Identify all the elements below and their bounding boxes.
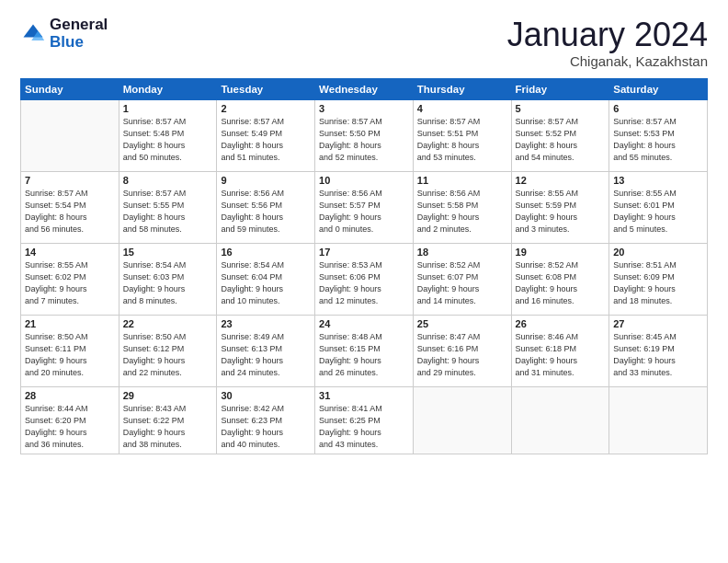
table-row: 9Sunrise: 8:56 AMSunset: 5:56 PMDaylight… (217, 171, 315, 243)
col-sunday: Sunday (21, 78, 119, 99)
day-info: Sunrise: 8:57 AMSunset: 5:52 PMDaylight:… (516, 116, 606, 164)
day-number: 24 (319, 318, 409, 329)
table-row: 14Sunrise: 8:55 AMSunset: 6:02 PMDayligh… (21, 243, 119, 315)
day-info: Sunrise: 8:55 AMSunset: 6:01 PMDaylight:… (613, 188, 703, 236)
day-number: 17 (319, 247, 409, 258)
table-row: 1Sunrise: 8:57 AMSunset: 5:48 PMDaylight… (119, 99, 217, 171)
table-row: 6Sunrise: 8:57 AMSunset: 5:53 PMDaylight… (609, 99, 708, 171)
day-number: 10 (319, 175, 409, 186)
day-number: 3 (319, 103, 409, 114)
col-tuesday: Tuesday (217, 78, 315, 99)
logo: General Blue (20, 17, 108, 51)
table-row: 25Sunrise: 8:47 AMSunset: 6:16 PMDayligh… (413, 315, 511, 386)
col-saturday: Saturday (609, 78, 708, 99)
day-info: Sunrise: 8:57 AMSunset: 5:50 PMDaylight:… (319, 116, 409, 164)
calendar-week-3: 21Sunrise: 8:50 AMSunset: 6:11 PMDayligh… (21, 315, 708, 386)
day-number: 29 (123, 390, 213, 401)
day-info: Sunrise: 8:43 AMSunset: 6:22 PMDaylight:… (123, 403, 213, 451)
logo-text: General Blue (50, 17, 108, 51)
table-row: 19Sunrise: 8:52 AMSunset: 6:08 PMDayligh… (511, 243, 609, 315)
table-row: 27Sunrise: 8:45 AMSunset: 6:19 PMDayligh… (609, 315, 708, 386)
day-info: Sunrise: 8:57 AMSunset: 5:53 PMDaylight:… (613, 116, 703, 164)
table-row: 7Sunrise: 8:57 AMSunset: 5:54 PMDaylight… (21, 171, 119, 243)
day-info: Sunrise: 8:57 AMSunset: 5:48 PMDaylight:… (123, 116, 213, 164)
day-number: 11 (417, 175, 507, 186)
day-info: Sunrise: 8:54 AMSunset: 6:03 PMDaylight:… (123, 259, 213, 307)
table-row: 3Sunrise: 8:57 AMSunset: 5:50 PMDaylight… (315, 99, 414, 171)
location: Chiganak, Kazakhstan (507, 53, 708, 69)
day-info: Sunrise: 8:57 AMSunset: 5:55 PMDaylight:… (123, 188, 213, 236)
day-number: 2 (221, 103, 311, 114)
table-row: 26Sunrise: 8:46 AMSunset: 6:18 PMDayligh… (511, 315, 609, 386)
day-info: Sunrise: 8:55 AMSunset: 6:02 PMDaylight:… (25, 259, 115, 307)
table-row: 5Sunrise: 8:57 AMSunset: 5:52 PMDaylight… (511, 99, 609, 171)
day-number: 13 (613, 175, 703, 186)
month-title: January 2024 (507, 17, 708, 53)
logo-general-text: General (50, 17, 108, 34)
day-number: 5 (516, 103, 606, 114)
day-number: 7 (25, 175, 115, 186)
day-info: Sunrise: 8:57 AMSunset: 5:54 PMDaylight:… (25, 188, 115, 236)
table-row: 15Sunrise: 8:54 AMSunset: 6:03 PMDayligh… (119, 243, 217, 315)
calendar-week-2: 14Sunrise: 8:55 AMSunset: 6:02 PMDayligh… (21, 243, 708, 315)
day-number: 15 (123, 247, 213, 258)
day-info: Sunrise: 8:54 AMSunset: 6:04 PMDaylight:… (221, 259, 311, 307)
calendar-week-1: 7Sunrise: 8:57 AMSunset: 5:54 PMDaylight… (21, 171, 708, 243)
day-number: 19 (516, 247, 606, 258)
day-number: 26 (516, 318, 606, 329)
day-info: Sunrise: 8:48 AMSunset: 6:15 PMDaylight:… (319, 331, 409, 379)
day-info: Sunrise: 8:57 AMSunset: 5:49 PMDaylight:… (221, 116, 311, 164)
header: General Blue January 2024 Chiganak, Kaza… (20, 17, 708, 69)
day-info: Sunrise: 8:49 AMSunset: 6:13 PMDaylight:… (221, 331, 311, 379)
day-number: 27 (613, 318, 703, 329)
day-info: Sunrise: 8:55 AMSunset: 5:59 PMDaylight:… (516, 188, 606, 236)
calendar-page: General Blue January 2024 Chiganak, Kaza… (0, 0, 728, 563)
day-number: 16 (221, 247, 311, 258)
logo-icon (20, 21, 46, 47)
day-info: Sunrise: 8:57 AMSunset: 5:51 PMDaylight:… (417, 116, 507, 164)
day-number: 12 (516, 175, 606, 186)
day-info: Sunrise: 8:46 AMSunset: 6:18 PMDaylight:… (516, 331, 606, 379)
calendar-week-4: 28Sunrise: 8:44 AMSunset: 6:20 PMDayligh… (21, 386, 708, 454)
day-number: 25 (417, 318, 507, 329)
table-row: 13Sunrise: 8:55 AMSunset: 6:01 PMDayligh… (609, 171, 708, 243)
day-info: Sunrise: 8:41 AMSunset: 6:25 PMDaylight:… (319, 403, 409, 451)
col-thursday: Thursday (413, 78, 511, 99)
day-number: 31 (319, 390, 409, 401)
table-row (609, 386, 708, 454)
day-info: Sunrise: 8:51 AMSunset: 6:09 PMDaylight:… (613, 259, 703, 307)
table-row: 11Sunrise: 8:56 AMSunset: 5:58 PMDayligh… (413, 171, 511, 243)
day-info: Sunrise: 8:47 AMSunset: 6:16 PMDaylight:… (417, 331, 507, 379)
day-number: 21 (25, 318, 115, 329)
calendar-week-0: 1Sunrise: 8:57 AMSunset: 5:48 PMDaylight… (21, 99, 708, 171)
day-info: Sunrise: 8:44 AMSunset: 6:20 PMDaylight:… (25, 403, 115, 451)
table-row: 16Sunrise: 8:54 AMSunset: 6:04 PMDayligh… (217, 243, 315, 315)
day-info: Sunrise: 8:50 AMSunset: 6:11 PMDaylight:… (25, 331, 115, 379)
table-row: 28Sunrise: 8:44 AMSunset: 6:20 PMDayligh… (21, 386, 119, 454)
day-number: 18 (417, 247, 507, 258)
col-wednesday: Wednesday (315, 78, 414, 99)
day-number: 8 (123, 175, 213, 186)
title-section: January 2024 Chiganak, Kazakhstan (507, 17, 708, 69)
table-row: 20Sunrise: 8:51 AMSunset: 6:09 PMDayligh… (609, 243, 708, 315)
table-row: 22Sunrise: 8:50 AMSunset: 6:12 PMDayligh… (119, 315, 217, 386)
day-number: 6 (613, 103, 703, 114)
day-number: 30 (221, 390, 311, 401)
day-info: Sunrise: 8:52 AMSunset: 6:07 PMDaylight:… (417, 259, 507, 307)
day-number: 9 (221, 175, 311, 186)
day-number: 22 (123, 318, 213, 329)
day-number: 23 (221, 318, 311, 329)
day-info: Sunrise: 8:52 AMSunset: 6:08 PMDaylight:… (516, 259, 606, 307)
day-number: 14 (25, 247, 115, 258)
day-number: 20 (613, 247, 703, 258)
table-row: 24Sunrise: 8:48 AMSunset: 6:15 PMDayligh… (315, 315, 414, 386)
table-row: 4Sunrise: 8:57 AMSunset: 5:51 PMDaylight… (413, 99, 511, 171)
table-row (511, 386, 609, 454)
table-row: 18Sunrise: 8:52 AMSunset: 6:07 PMDayligh… (413, 243, 511, 315)
table-row (413, 386, 511, 454)
table-row: 17Sunrise: 8:53 AMSunset: 6:06 PMDayligh… (315, 243, 414, 315)
table-row: 31Sunrise: 8:41 AMSunset: 6:25 PMDayligh… (315, 386, 414, 454)
header-row: Sunday Monday Tuesday Wednesday Thursday… (21, 78, 708, 99)
day-info: Sunrise: 8:53 AMSunset: 6:06 PMDaylight:… (319, 259, 409, 307)
calendar-table: Sunday Monday Tuesday Wednesday Thursday… (20, 78, 708, 454)
